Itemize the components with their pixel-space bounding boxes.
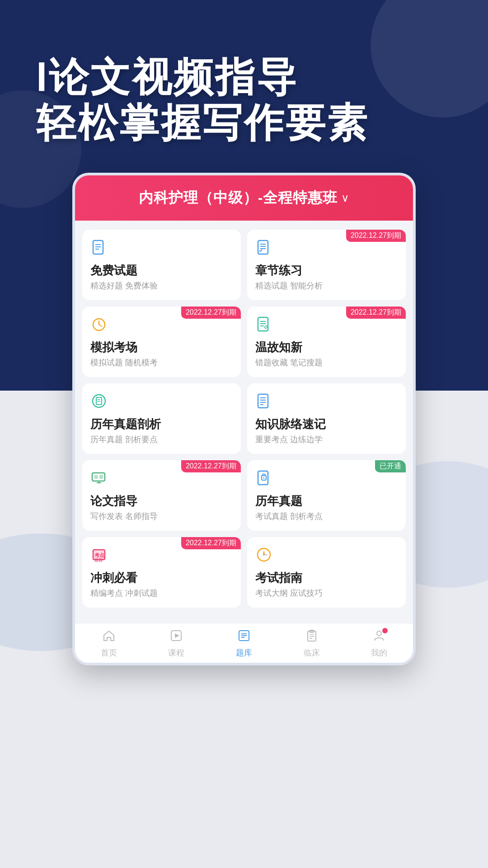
sprint-subtitle: 精编考点 冲刺试题 [90, 588, 233, 599]
svg-text:题题: 题题 [94, 558, 103, 562]
nav-item-clinical[interactable]: 临床 [294, 629, 330, 658]
free-questions-subtitle: 精选好题 免费体验 [90, 280, 233, 291]
nav-item-home[interactable]: 首页 [91, 629, 127, 658]
hero-line1: l论文视频指导 [36, 54, 461, 100]
knowledge-map-subtitle: 重要考点 边练边学 [255, 434, 398, 445]
tag-icon: 考点 题题 [90, 546, 233, 567]
lock-doc-icon [255, 469, 398, 491]
svg-rect-4 [258, 241, 268, 254]
svg-line-10 [99, 325, 102, 326]
nav-label-home: 首页 [101, 647, 117, 658]
device-frame: 内科护理（中级）-全程特惠班 ∨ [72, 173, 416, 665]
mock-exam-title: 模拟考场 [90, 340, 233, 355]
hero-section: l论文视频指导 轻松掌握写作要素 [0, 0, 488, 173]
nav-item-mine[interactable]: 我的 [361, 629, 397, 658]
free-questions-title: 免费试题 [90, 263, 233, 278]
exam-guide-subtitle: 考试大纲 应试技巧 [255, 588, 398, 599]
hero-line2: 轻松掌握写作要素 [36, 100, 461, 146]
card-sprint[interactable]: 2022.12.27到期 考点 题题 冲刺必看 精编考点 冲刺试题 [82, 537, 241, 608]
compass-icon [255, 546, 398, 567]
past-exams-badge: 已开通 [375, 460, 406, 472]
monitor-icon [90, 469, 233, 491]
nav-label-questions: 题库 [236, 647, 252, 658]
user-icon [372, 629, 386, 646]
card-thesis-guide[interactable]: 2022.12.27到期 论文指导 [82, 460, 241, 531]
nav-item-questions[interactable]: 题库 [226, 629, 262, 658]
svg-point-32 [263, 477, 265, 479]
chapter-practice-badge: 2022.12.27到期 [346, 230, 406, 242]
app-header[interactable]: 内科护理（中级）-全程特惠班 ∨ [75, 175, 413, 221]
mock-exam-subtitle: 模拟试题 随机模考 [90, 357, 233, 368]
mock-exam-badge: 2022.12.27到期 [181, 307, 241, 319]
sprint-badge: 2022.12.27到期 [181, 537, 241, 549]
past-analysis-subtitle: 历年真题 剖析要点 [90, 434, 233, 445]
circle-doc-icon [90, 392, 233, 414]
home-icon [102, 629, 116, 646]
grid-list-icon [255, 392, 398, 414]
hero-title: l论文视频指导 轻松掌握写作要素 [36, 54, 461, 146]
card-grid: 免费试题 精选好题 免费体验 2022.12.27到期 [75, 221, 413, 623]
chapter-practice-title: 章节练习 [255, 263, 398, 278]
card-row-4: 2022.12.27到期 论文指导 [82, 460, 406, 531]
svg-rect-16 [96, 397, 102, 405]
doc-icon [90, 239, 233, 260]
svg-point-15 [93, 395, 105, 407]
app-content: 内科护理（中级）-全程特惠班 ∨ [75, 175, 413, 663]
nav-item-courses[interactable]: 课程 [158, 629, 194, 658]
svg-marker-40 [175, 633, 179, 638]
svg-point-50 [377, 631, 381, 636]
nav-label-courses: 课程 [168, 647, 184, 658]
past-exams-title: 历年真题 [255, 493, 398, 509]
play-icon [169, 629, 183, 646]
clock-icon [90, 316, 233, 337]
thesis-guide-badge: 2022.12.27到期 [181, 460, 241, 472]
past-analysis-title: 历年真题剖析 [90, 416, 233, 432]
review-title: 温故知新 [255, 340, 398, 355]
past-exams-subtitle: 考试真题 剖析考点 [255, 511, 398, 522]
card-review[interactable]: 2022.12.27到期 温故知新 错题收藏 笔记搜题 [247, 307, 406, 377]
device-wrapper: 内科护理（中级）-全程特惠班 ∨ [59, 173, 429, 665]
card-past-analysis[interactable]: 历年真题剖析 历年真题 剖析要点 [82, 383, 241, 454]
nav-label-mine: 我的 [371, 647, 387, 658]
list-icon [255, 239, 398, 260]
card-past-exams[interactable]: 已开通 历年真题 考试真题 剖析考点 [247, 460, 406, 531]
card-knowledge-map[interactable]: 知识脉络速记 重要考点 边练边学 [247, 383, 406, 454]
svg-rect-29 [99, 475, 103, 479]
chapter-practice-subtitle: 精选试题 智能分析 [255, 280, 398, 291]
edit-icon [255, 316, 398, 337]
thesis-guide-title: 论文指导 [90, 493, 233, 509]
course-title: 内科护理（中级）-全程特惠班 [139, 188, 338, 208]
card-exam-guide[interactable]: 考试指南 考试大纲 应试技巧 [247, 537, 406, 608]
bottom-nav: 首页 课程 [75, 623, 413, 663]
review-subtitle: 错题收藏 笔记搜题 [255, 357, 398, 368]
card-mock-exam[interactable]: 2022.12.27到期 模拟考场 模拟试题 随机模考 [82, 307, 241, 377]
chevron-down-icon: ∨ [341, 192, 349, 204]
knowledge-map-title: 知识脉络速记 [255, 416, 398, 432]
card-row-2: 2022.12.27到期 模拟考场 模拟试题 随机模考 [82, 307, 406, 377]
thesis-guide-subtitle: 写作发表 名师指导 [90, 511, 233, 522]
svg-text:考点: 考点 [94, 552, 104, 558]
card-chapter-practice[interactable]: 2022.12.27到期 章节练习 精选试题 智能分析 [247, 230, 406, 300]
review-badge: 2022.12.27到期 [346, 307, 406, 319]
card-row-3: 历年真题剖析 历年真题 剖析要点 [82, 383, 406, 454]
card-row-1: 免费试题 精选好题 免费体验 2022.12.27到期 [82, 230, 406, 300]
nav-label-clinical: 临床 [304, 647, 320, 658]
list-check-icon [237, 629, 251, 646]
card-row-5: 2022.12.27到期 考点 题题 冲刺必看 精编考点 冲刺试题 [82, 537, 406, 608]
clipboard-icon [305, 629, 319, 646]
sprint-title: 冲刺必看 [90, 570, 233, 586]
exam-guide-title: 考试指南 [255, 570, 398, 586]
svg-rect-19 [258, 394, 268, 408]
card-free-questions[interactable]: 免费试题 精选好题 免费体验 [82, 230, 241, 300]
